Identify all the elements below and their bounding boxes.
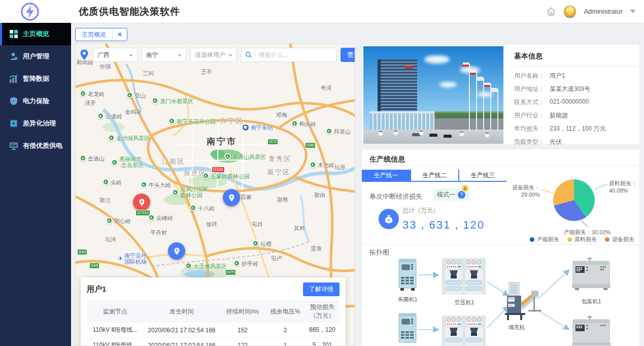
machine-filler [502,280,543,323]
legend-label: 设备损失 [612,236,634,243]
pie-label-material: 原料损失：40.08% [609,180,637,194]
field-label: 用户行业： [514,111,550,120]
map-poi: 良凤江国家森林公园 [172,186,208,198]
province-select[interactable]: 广西 [93,48,138,62]
bar-chart-icon [9,74,18,83]
machine-sterilizer-2 [398,313,417,346]
map-poi: 其村 [294,225,305,231]
tab-close-icon[interactable]: ✕ [112,28,127,41]
road-shield: G75 [225,269,236,275]
pin-icon[interactable] [223,189,240,206]
table-row[interactable]: 110kV Ⅱ段母线...2020/06/21 17:02:54 1661522… [87,323,340,338]
tab-home-overview[interactable]: 主页概览 ✕ [75,28,127,41]
pin-icon[interactable] [168,242,185,260]
pie-chart [553,179,595,221]
production-line-card: 生产线信息 生产线一 生产线二 生产线三 单次中断经济损失 模式一 ? 1 ¥ … [361,149,640,346]
map-user-pin-red[interactable] [133,194,150,211]
search-input[interactable] [259,51,332,58]
user-select[interactable]: 请选择用户 [190,48,237,62]
legend-dot [567,237,572,242]
basic-info-card: 基本信息 用户名称：用户1 用户地址：某某大道303号 联系方式：021-000… [361,44,640,145]
tree-marker-icon [108,135,115,141]
map-poi: 南宁市花卉公园 [168,118,216,124]
tab-line-3[interactable]: 生产线三 [458,170,506,181]
tree-marker-icon [111,159,118,166]
map-poi: 坛河 [105,236,116,242]
col-duration: 持续时间ms [220,300,265,323]
map-panel[interactable]: 和尚岭华强三叫王亭奇灵老龙岭登山龙门水都景区泽开公道岭金鸡架邓梅钩头岭拜茶山金沙… [75,43,355,346]
sidebar-item-power-insurance[interactable]: 电力保险 [0,90,71,112]
table-cell: 5，201 [305,338,340,346]
map-poi: 王亭 [201,69,212,75]
map-poi: 坛苏 [334,164,346,170]
table-cell: 110kV Ⅱ段母线... [87,323,144,338]
map-poi: 十八岭 [190,205,215,211]
map-poi: ✈南宁吴圩国际机场 [118,253,147,265]
help-icon[interactable]: ? [458,191,465,199]
user-avatar[interactable] [563,5,577,18]
sidebar-item-user-management[interactable]: 用户管理 [0,45,71,68]
monitor-icon [9,141,18,150]
map-poi: 尖岭 [103,179,122,185]
user-gear-icon [9,52,18,61]
map-poi: 青秀区 [268,156,291,162]
table-cell: 2020/06/21 17:02:54 166 [144,323,220,338]
map-poi: 泽开 [85,100,96,106]
sidebar-item-label: 暂降数据 [23,74,49,83]
metro-station-icon [242,124,249,131]
field-label: 负载类型： [514,138,550,146]
map-user-pin-blue[interactable] [168,242,185,260]
machine-sterilizer-1 [398,259,417,293]
table-cell: 665，120 [305,323,340,338]
map-poi: 那心岭 [106,217,131,224]
tab-line-2[interactable]: 生产线二 [410,170,458,181]
location-pin-icon [80,49,89,61]
map-poi: 江南区 [162,159,185,165]
machine-label: 填充机 [496,324,537,331]
map-poi: 钩头岭 [291,120,316,127]
field-label: 用户名称： [514,72,550,80]
city-select[interactable]: 南宁 [142,48,186,62]
table-cell: 1 [265,338,305,346]
map-poi: 平丹村 [150,230,167,236]
map-poi: 南宁市 [207,139,237,145]
query-button[interactable]: 查询 [341,48,355,62]
tree-marker-icon [291,120,298,127]
map-poi: 龙门水都景区 [152,98,193,104]
field-value: 233，112，100 万元 [550,124,606,133]
pin-icon[interactable] [133,194,150,211]
sidebar-item-paid-quality-power[interactable]: 有偿优质供电 [0,135,71,157]
table-row[interactable]: 110kV Ⅱ段母线...2020/06/21 17:02:54 1661221… [87,338,340,346]
sidebar-item-differentiated-governance[interactable]: 差异化治理 [0,112,71,135]
legend-dot [605,237,609,242]
table-cell: 122 [220,338,265,346]
map-user-pin-blue[interactable] [223,189,240,206]
legend-item[interactable]: 设备损失 [605,236,634,243]
map-poi: 南宁东站 [242,124,273,131]
map-poi: G75 [225,269,236,275]
map-poi: 坛橙 [252,240,272,247]
mode-select[interactable]: 模式一 ? 1 [433,188,469,201]
sidebar-item-home-overview[interactable]: 主页概览 [0,23,71,45]
table-cell: 152 [220,323,265,338]
detail-button[interactable]: 了解详情 [303,282,340,296]
total-value: 33，631，120 [402,217,485,233]
production-title: 生产线信息 [369,155,405,164]
map-poi: 华强 [99,64,111,70]
map-poi: 五象岭森林公园 [202,173,250,179]
pie-label-equipment: 设备损失：29.00% [511,184,540,198]
event-table: 监测节点 发生时间 持续时间ms 残余电压% 预估损失（万元） 110kV Ⅱ段… [87,300,340,346]
legend-item[interactable]: 产能损失 [530,236,559,243]
sidebar-item-sag-data[interactable]: 暂降数据 [0,68,71,90]
divider [255,51,256,58]
cube-icon [9,119,18,128]
map-poi: 屯卢 [271,255,282,261]
map-poi: 大王滩风景区 [185,263,227,269]
legend-item[interactable]: 原料损失 [567,236,597,243]
tree-marker-icon [80,90,86,97]
tab-line-1[interactable]: 生产线一 [362,170,410,181]
map-poi: 抄手岭 [233,260,258,267]
office-tower [378,59,417,119]
home-icon[interactable] [546,7,556,17]
user-menu-chevron-down-icon[interactable] [630,10,636,13]
